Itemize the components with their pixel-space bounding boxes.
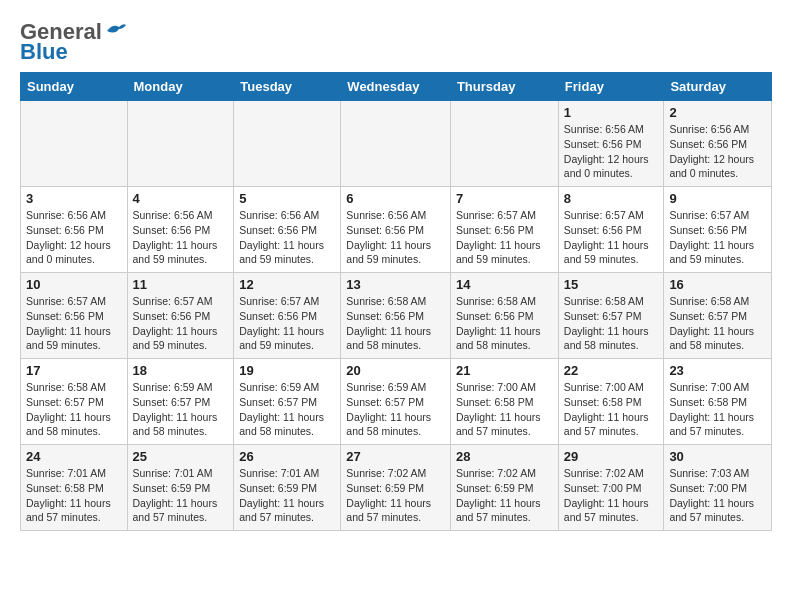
day-number: 11 [133,277,229,292]
day-info: Sunrise: 7:01 AMSunset: 6:58 PMDaylight:… [26,466,122,525]
calendar-cell [21,101,128,187]
calendar-cell: 5Sunrise: 6:56 AMSunset: 6:56 PMDaylight… [234,187,341,273]
day-info: Sunrise: 7:02 AMSunset: 6:59 PMDaylight:… [346,466,445,525]
day-info: Sunrise: 6:59 AMSunset: 6:57 PMDaylight:… [133,380,229,439]
day-number: 16 [669,277,766,292]
day-number: 4 [133,191,229,206]
logo-blue: Blue [20,40,68,64]
calendar-cell: 3Sunrise: 6:56 AMSunset: 6:56 PMDaylight… [21,187,128,273]
calendar-week-row: 1Sunrise: 6:56 AMSunset: 6:56 PMDaylight… [21,101,772,187]
calendar-cell: 6Sunrise: 6:56 AMSunset: 6:56 PMDaylight… [341,187,451,273]
day-info: Sunrise: 6:58 AMSunset: 6:57 PMDaylight:… [564,294,659,353]
day-number: 6 [346,191,445,206]
day-info: Sunrise: 6:57 AMSunset: 6:56 PMDaylight:… [133,294,229,353]
weekday-header: Monday [127,73,234,101]
weekday-header: Saturday [664,73,772,101]
calendar-cell: 20Sunrise: 6:59 AMSunset: 6:57 PMDayligh… [341,359,451,445]
calendar-week-row: 10Sunrise: 6:57 AMSunset: 6:56 PMDayligh… [21,273,772,359]
day-number: 25 [133,449,229,464]
calendar-cell: 30Sunrise: 7:03 AMSunset: 7:00 PMDayligh… [664,445,772,531]
calendar-cell: 9Sunrise: 6:57 AMSunset: 6:56 PMDaylight… [664,187,772,273]
day-info: Sunrise: 6:57 AMSunset: 6:56 PMDaylight:… [669,208,766,267]
day-info: Sunrise: 6:56 AMSunset: 6:56 PMDaylight:… [346,208,445,267]
day-info: Sunrise: 6:57 AMSunset: 6:56 PMDaylight:… [564,208,659,267]
day-number: 2 [669,105,766,120]
calendar-cell: 23Sunrise: 7:00 AMSunset: 6:58 PMDayligh… [664,359,772,445]
day-number: 7 [456,191,553,206]
day-info: Sunrise: 6:56 AMSunset: 6:56 PMDaylight:… [133,208,229,267]
day-info: Sunrise: 6:58 AMSunset: 6:57 PMDaylight:… [669,294,766,353]
day-number: 14 [456,277,553,292]
calendar-table: SundayMondayTuesdayWednesdayThursdayFrid… [20,72,772,531]
weekday-header: Tuesday [234,73,341,101]
day-number: 27 [346,449,445,464]
day-info: Sunrise: 7:02 AMSunset: 6:59 PMDaylight:… [456,466,553,525]
calendar-cell: 29Sunrise: 7:02 AMSunset: 7:00 PMDayligh… [558,445,664,531]
calendar-cell: 10Sunrise: 6:57 AMSunset: 6:56 PMDayligh… [21,273,128,359]
day-info: Sunrise: 7:00 AMSunset: 6:58 PMDaylight:… [669,380,766,439]
calendar-cell: 7Sunrise: 6:57 AMSunset: 6:56 PMDaylight… [450,187,558,273]
calendar-cell: 28Sunrise: 7:02 AMSunset: 6:59 PMDayligh… [450,445,558,531]
day-info: Sunrise: 6:59 AMSunset: 6:57 PMDaylight:… [239,380,335,439]
calendar-cell: 13Sunrise: 6:58 AMSunset: 6:56 PMDayligh… [341,273,451,359]
calendar-cell: 11Sunrise: 6:57 AMSunset: 6:56 PMDayligh… [127,273,234,359]
day-number: 10 [26,277,122,292]
calendar-cell: 18Sunrise: 6:59 AMSunset: 6:57 PMDayligh… [127,359,234,445]
day-number: 29 [564,449,659,464]
calendar-cell [450,101,558,187]
day-info: Sunrise: 6:56 AMSunset: 6:56 PMDaylight:… [669,122,766,181]
day-number: 15 [564,277,659,292]
calendar-cell: 21Sunrise: 7:00 AMSunset: 6:58 PMDayligh… [450,359,558,445]
calendar-cell: 22Sunrise: 7:00 AMSunset: 6:58 PMDayligh… [558,359,664,445]
day-number: 26 [239,449,335,464]
calendar-cell: 1Sunrise: 6:56 AMSunset: 6:56 PMDaylight… [558,101,664,187]
calendar-cell: 26Sunrise: 7:01 AMSunset: 6:59 PMDayligh… [234,445,341,531]
calendar-cell [127,101,234,187]
calendar-cell: 17Sunrise: 6:58 AMSunset: 6:57 PMDayligh… [21,359,128,445]
header: General Blue [20,16,772,64]
calendar-cell: 4Sunrise: 6:56 AMSunset: 6:56 PMDaylight… [127,187,234,273]
day-number: 5 [239,191,335,206]
day-info: Sunrise: 6:59 AMSunset: 6:57 PMDaylight:… [346,380,445,439]
calendar-cell [234,101,341,187]
day-number: 30 [669,449,766,464]
day-number: 13 [346,277,445,292]
day-number: 1 [564,105,659,120]
day-number: 19 [239,363,335,378]
day-number: 23 [669,363,766,378]
calendar-cell: 25Sunrise: 7:01 AMSunset: 6:59 PMDayligh… [127,445,234,531]
day-number: 20 [346,363,445,378]
day-number: 9 [669,191,766,206]
day-info: Sunrise: 7:01 AMSunset: 6:59 PMDaylight:… [239,466,335,525]
day-info: Sunrise: 6:56 AMSunset: 6:56 PMDaylight:… [239,208,335,267]
calendar-cell: 16Sunrise: 6:58 AMSunset: 6:57 PMDayligh… [664,273,772,359]
day-number: 17 [26,363,122,378]
weekday-header: Thursday [450,73,558,101]
day-info: Sunrise: 7:00 AMSunset: 6:58 PMDaylight:… [456,380,553,439]
day-info: Sunrise: 7:00 AMSunset: 6:58 PMDaylight:… [564,380,659,439]
calendar-cell: 2Sunrise: 6:56 AMSunset: 6:56 PMDaylight… [664,101,772,187]
day-number: 22 [564,363,659,378]
day-info: Sunrise: 6:57 AMSunset: 6:56 PMDaylight:… [26,294,122,353]
day-number: 21 [456,363,553,378]
calendar-week-row: 24Sunrise: 7:01 AMSunset: 6:58 PMDayligh… [21,445,772,531]
day-number: 12 [239,277,335,292]
day-info: Sunrise: 7:02 AMSunset: 7:00 PMDaylight:… [564,466,659,525]
day-number: 24 [26,449,122,464]
calendar-week-row: 17Sunrise: 6:58 AMSunset: 6:57 PMDayligh… [21,359,772,445]
day-info: Sunrise: 7:03 AMSunset: 7:00 PMDaylight:… [669,466,766,525]
logo-bird-icon [105,21,127,39]
day-number: 28 [456,449,553,464]
day-info: Sunrise: 6:56 AMSunset: 6:56 PMDaylight:… [564,122,659,181]
day-number: 18 [133,363,229,378]
day-info: Sunrise: 6:57 AMSunset: 6:56 PMDaylight:… [239,294,335,353]
calendar-header: SundayMondayTuesdayWednesdayThursdayFrid… [21,73,772,101]
day-info: Sunrise: 6:58 AMSunset: 6:56 PMDaylight:… [346,294,445,353]
calendar-cell: 12Sunrise: 6:57 AMSunset: 6:56 PMDayligh… [234,273,341,359]
calendar-cell: 19Sunrise: 6:59 AMSunset: 6:57 PMDayligh… [234,359,341,445]
calendar-cell: 27Sunrise: 7:02 AMSunset: 6:59 PMDayligh… [341,445,451,531]
day-info: Sunrise: 6:58 AMSunset: 6:56 PMDaylight:… [456,294,553,353]
day-info: Sunrise: 6:56 AMSunset: 6:56 PMDaylight:… [26,208,122,267]
day-number: 3 [26,191,122,206]
weekday-header: Wednesday [341,73,451,101]
